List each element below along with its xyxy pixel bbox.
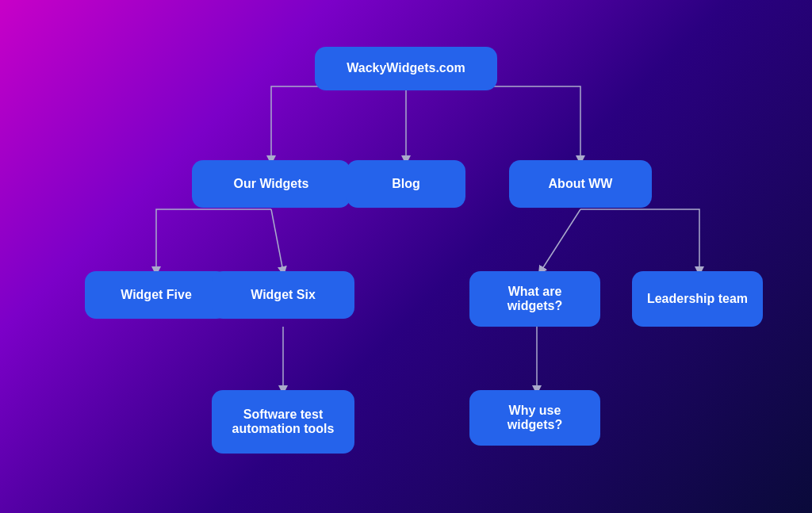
node-leadership-team[interactable]: Leadership team (632, 271, 763, 327)
node-software-test[interactable]: Software test automation tools (212, 390, 354, 454)
node-root[interactable]: WackyWidgets.com (315, 47, 497, 90)
node-blog[interactable]: Blog (347, 160, 465, 208)
node-why-use-widgets[interactable]: Why use widgets? (469, 390, 600, 446)
node-widget-six[interactable]: Widget Six (212, 271, 354, 319)
site-map-diagram: WackyWidgets.com Our Widgets Blog About … (33, 19, 779, 495)
arrows-svg (33, 19, 779, 495)
node-what-are-widgets[interactable]: What are widgets? (469, 271, 600, 327)
node-our-widgets[interactable]: Our Widgets (192, 160, 350, 208)
node-widget-five[interactable]: Widget Five (85, 271, 228, 319)
node-about-ww[interactable]: About WW (509, 160, 652, 208)
